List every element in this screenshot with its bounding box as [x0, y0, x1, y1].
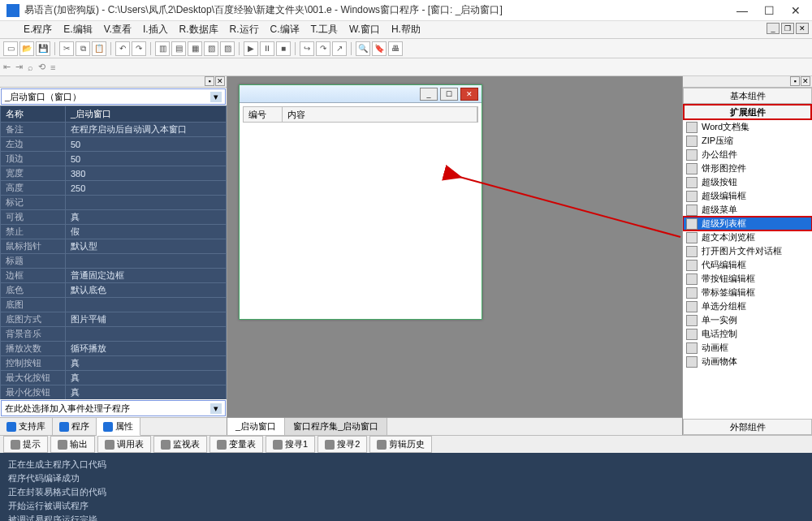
panel-pin-button[interactable]: ▪	[205, 76, 214, 86]
mdi-restore-button[interactable]: ❐	[781, 23, 794, 34]
component-item[interactable]: 动画物体	[683, 355, 812, 368]
menu-compile[interactable]: C.编译	[266, 21, 304, 38]
property-value[interactable]: 50	[66, 152, 227, 166]
property-row[interactable]: 最大化按钮真	[1, 371, 227, 385]
property-value[interactable]: 假	[66, 225, 227, 239]
tab-startup-window[interactable]: _启动窗口	[227, 418, 285, 435]
property-row[interactable]: 播放次数循环播放	[1, 342, 227, 356]
component-item[interactable]: 超级菜单	[683, 203, 812, 217]
cut-button[interactable]: ✂	[59, 41, 74, 56]
close-button[interactable]: ✕	[791, 4, 801, 17]
lv-col-id[interactable]: 编号	[244, 107, 283, 122]
layout1-button[interactable]: ▥	[155, 41, 170, 56]
property-value[interactable]: 默认底色	[66, 283, 227, 298]
output-console[interactable]: 正在生成主程序入口代码程序代码编译成功正在封装易格式目的代码开始运行被调试程序被…	[0, 453, 812, 521]
property-grid[interactable]: 名称_启动窗口 备注在程序启动后自动调入本窗口左边50顶边50宽度380高度25…	[0, 105, 227, 399]
menu-edit[interactable]: E.编辑	[59, 21, 96, 38]
dw-close-button[interactable]: ✕	[460, 88, 478, 101]
property-value[interactable]: 真	[66, 210, 227, 225]
tab-program[interactable]: 程序	[53, 418, 97, 435]
layout5-button[interactable]: ▨	[220, 41, 235, 56]
component-item[interactable]: 单选分组框	[683, 299, 812, 313]
cat-extended[interactable]: 扩展组件	[683, 104, 812, 120]
menu-program[interactable]: E.程序	[19, 21, 56, 38]
cat-external[interactable]: 外部组件	[683, 419, 812, 435]
property-value[interactable]: 380	[66, 166, 227, 181]
property-row[interactable]: 可视真	[1, 210, 227, 225]
property-value[interactable]	[66, 327, 227, 342]
object-selector[interactable]: _启动窗口（窗口）	[1, 88, 226, 105]
component-item[interactable]: 带按钮编辑框	[683, 272, 812, 286]
property-row[interactable]: 鼠标指针默认型	[1, 239, 227, 254]
menu-insert[interactable]: I.插入	[139, 21, 172, 38]
layout3-button[interactable]: ▦	[188, 41, 202, 56]
step-button[interactable]: ↪	[300, 41, 314, 56]
property-row[interactable]: 顶边50	[1, 152, 227, 166]
tb2-5[interactable]: ≡	[50, 62, 55, 72]
component-item[interactable]: 超级列表框	[683, 217, 812, 230]
component-item[interactable]: Word文档集	[683, 120, 812, 134]
property-value[interactable]: 250	[66, 181, 227, 196]
property-row[interactable]: 最小化按钮真	[1, 385, 227, 400]
pause-button[interactable]: ⏸	[260, 41, 274, 56]
palette-close-button[interactable]: ✕	[801, 76, 810, 86]
mdi-close-button[interactable]: ✕	[796, 23, 809, 34]
menu-help[interactable]: H.帮助	[387, 21, 425, 38]
cat-basic[interactable]: 基本组件	[683, 88, 812, 104]
component-item[interactable]: 电话控制	[683, 327, 812, 341]
property-row[interactable]: 底图方式图片平铺	[1, 312, 227, 327]
property-value[interactable]	[66, 298, 227, 312]
tb2-1[interactable]: ⇤	[3, 62, 11, 72]
tab-properties[interactable]: 属性	[97, 418, 140, 436]
property-row[interactable]: 禁止假	[1, 225, 227, 239]
component-item[interactable]: 单一实例	[683, 313, 812, 327]
component-item[interactable]: 代码编辑框	[683, 258, 812, 272]
component-item[interactable]: 超文本浏览框	[683, 230, 812, 244]
component-item[interactable]: 超级按钮	[683, 175, 812, 189]
bt-search1[interactable]: 搜寻1	[266, 436, 315, 453]
tb2-4[interactable]: ⟲	[38, 62, 45, 72]
property-row[interactable]: 左边50	[1, 137, 227, 152]
designer-canvas[interactable]: _ ☐ ✕ 编号 内容 _启动窗口 窗口程序集_启动窗口	[227, 76, 682, 435]
stepover-button[interactable]: ↷	[316, 41, 330, 56]
event-selector[interactable]: 在此处选择加入事件处理子程序	[1, 400, 226, 416]
print-button[interactable]: 🖶	[388, 41, 403, 56]
bookmark-button[interactable]: 🔖	[372, 41, 387, 56]
property-row[interactable]: 控制按钮真	[1, 356, 227, 371]
property-value[interactable]: 真	[66, 385, 227, 400]
panel-close-button[interactable]: ✕	[215, 76, 225, 86]
property-row[interactable]: 底图	[1, 298, 227, 312]
save-button[interactable]: 💾	[36, 41, 50, 56]
undo-button[interactable]: ↶	[115, 41, 130, 56]
property-value[interactable]: 默认型	[66, 239, 227, 254]
maximize-button[interactable]: ☐	[764, 4, 775, 17]
bt-variables[interactable]: 变量表	[209, 436, 263, 453]
paste-button[interactable]: 📋	[92, 41, 106, 56]
menu-run[interactable]: R.运行	[226, 21, 263, 38]
dw-maximize-button[interactable]: ☐	[440, 88, 458, 101]
run-button[interactable]: ▶	[244, 41, 258, 56]
property-row[interactable]: 边框普通固定边框	[1, 269, 227, 283]
property-value[interactable]: 真	[66, 371, 227, 385]
open-button[interactable]: 📂	[19, 41, 34, 56]
property-row[interactable]: 备注在程序启动后自动调入本窗口	[1, 123, 227, 137]
menu-tools[interactable]: T.工具	[307, 21, 342, 38]
property-row[interactable]: 背景音乐	[1, 327, 227, 342]
component-item[interactable]: 带标签编辑框	[683, 286, 812, 299]
redo-button[interactable]: ↷	[132, 41, 146, 56]
bt-calltable[interactable]: 调用表	[97, 436, 151, 453]
find-button[interactable]: 🔍	[356, 41, 370, 56]
design-window[interactable]: _ ☐ ✕ 编号 内容	[239, 84, 482, 320]
bt-tips[interactable]: 提示	[3, 436, 48, 453]
palette-pin-button[interactable]: ▪	[790, 76, 800, 86]
property-value[interactable]	[66, 196, 227, 210]
tb2-3[interactable]: ⌕	[28, 62, 33, 72]
property-row[interactable]: 标记	[1, 196, 227, 210]
bt-cliphistory[interactable]: 剪辑历史	[369, 436, 432, 453]
tb2-2[interactable]: ⇥	[15, 62, 23, 72]
menu-window[interactable]: W.窗口	[345, 21, 384, 38]
tab-support-lib[interactable]: 支持库	[0, 418, 53, 435]
property-value[interactable]	[66, 254, 227, 269]
dw-minimize-button[interactable]: _	[420, 88, 438, 101]
property-value[interactable]: 50	[66, 137, 227, 152]
